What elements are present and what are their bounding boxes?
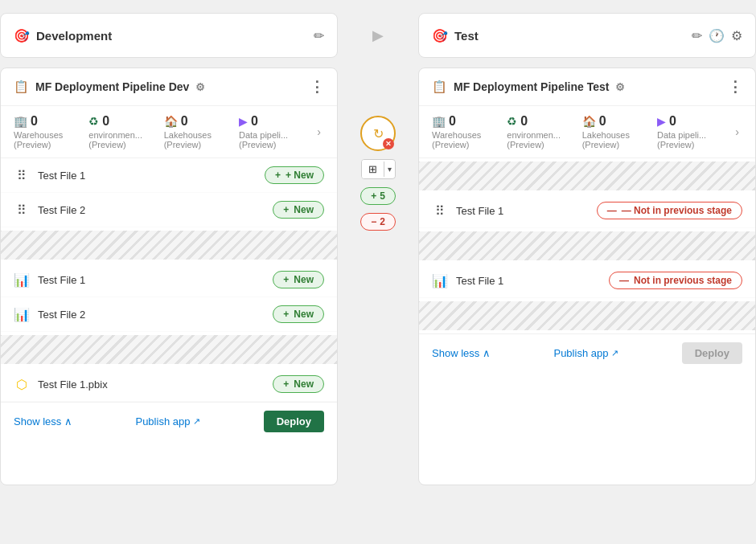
dev-pipeline-card: 📋 MF Deployment Pipeline Dev ⚙ ⋮ 🏢 0 War…	[0, 67, 338, 485]
test-stage-icon: 🎯	[432, 28, 448, 43]
test-stat-warehouses: 🏢 0 Warehouses(Preview)	[432, 114, 507, 149]
test-warehouse-label: Warehouses(Preview)	[432, 130, 481, 149]
dev-testfile1-table-name: Test File 1	[38, 170, 85, 182]
test-warehouse-icon: 🏢	[432, 115, 446, 128]
dev-item-testfile1-table: ⠿ Test File 1 + + New	[1, 158, 337, 193]
dev-lakehouse-count: 0	[181, 114, 188, 129]
report-icon: 📊	[14, 272, 30, 288]
test-warehouse-count: 0	[449, 114, 456, 129]
test-testfile1-report-name: Test File 1	[456, 275, 503, 287]
dev-edit-icon[interactable]: ✏	[314, 28, 324, 43]
refresh-x-icon: ↻	[373, 126, 384, 141]
removed-count-badge: − 2	[360, 213, 396, 231]
test-pipeline-count-icon: ▶	[657, 115, 666, 128]
x-badge: ✕	[383, 138, 394, 149]
dev-testfile2-table-badge: + New	[273, 201, 324, 219]
compare-toggle[interactable]: ⊞ ▾	[361, 159, 396, 179]
plus-icon: +	[275, 170, 281, 181]
test-stat-pipelines: ▶ 0 Data pipeli...(Preview)	[657, 114, 732, 149]
dev-stage-header: 🎯 Development ✏	[0, 13, 338, 58]
report-icon-2: 📊	[14, 306, 30, 322]
dev-warehouse-label: Warehouses(Preview)	[14, 130, 63, 149]
test-pipeline-icon: 📋	[432, 80, 447, 94]
test-testfile1-table-name: Test File 1	[456, 205, 503, 217]
test-testfile1-report-badge: — Not in previous stage	[609, 272, 742, 289]
test-edit-icon[interactable]: ✏	[692, 28, 702, 43]
pbix-icon: ⬡	[14, 376, 30, 392]
chevron-up-icon: ∧	[64, 415, 72, 427]
test-env-count: 0	[520, 114, 528, 129]
test-publish-app[interactable]: Publish app ↗	[553, 347, 618, 359]
test-pipeline-card: 📋 MF Deployment Pipeline Test ⚙ ⋮ 🏢 0 Wa…	[418, 67, 756, 485]
dev-pipeline-icon: 📋	[14, 80, 29, 94]
dev-stat-pipelines: ▶ 0 Data pipeli...(Preview)	[239, 114, 314, 149]
table-icon-2: ⠿	[14, 202, 30, 218]
minus-icon-2: —	[619, 275, 629, 286]
dev-deploy-button[interactable]: Deploy	[264, 411, 324, 432]
compare-chevron-icon[interactable]: ▾	[384, 162, 395, 177]
dev-testfile2-report-name: Test File 2	[38, 309, 85, 321]
test-pipeline-menu[interactable]: ⋮	[728, 78, 742, 96]
dev-testfile1-pbix-name: Test File 1.pbix	[38, 378, 108, 391]
test-card-footer: Show less ∧ Publish app ↗ Deploy	[419, 333, 755, 372]
test-item-testfile1-table: ⠿ Test File 1 — — Not in previous stage	[419, 194, 755, 228]
test-lakehouse-icon: 🏠	[582, 115, 596, 128]
test-deploy-button[interactable]: Deploy	[682, 342, 742, 364]
dev-pipeline-menu[interactable]: ⋮	[310, 78, 324, 96]
dev-divider-1	[1, 231, 337, 260]
dev-stat-env: ♻ 0 environmen...(Preview)	[88, 114, 163, 149]
test-external-link-icon: ↗	[611, 348, 618, 358]
dev-stage-icon: 🎯	[14, 28, 30, 43]
dev-show-less[interactable]: Show less ∧	[14, 415, 72, 427]
dev-testfile2-table-name: Test File 2	[38, 204, 85, 216]
lakehouse-icon: 🏠	[164, 115, 178, 128]
test-stat-lakehouses: 🏠 0 Lakehouses(Preview)	[582, 114, 657, 149]
dev-item-testfile2-table: ⠿ Test File 2 + New	[1, 193, 337, 227]
added-count-badge: + 5	[360, 187, 396, 205]
test-history-icon[interactable]: 🕐	[709, 28, 725, 43]
removed-count: 2	[380, 216, 385, 227]
external-link-icon: ↗	[193, 416, 200, 427]
test-settings-icon[interactable]: ⚙	[731, 28, 742, 43]
test-item-testfile1-report: 📊 Test File 1 — Not in previous stage	[419, 264, 755, 298]
test-table-icon: ⠿	[432, 202, 448, 219]
test-stat-env: ♻ 0 environmen...(Preview)	[507, 114, 581, 149]
dev-item-testfile2-report: 📊 Test File 2 + New	[1, 297, 337, 332]
dev-lakehouse-label: Lakehouses(Preview)	[164, 130, 212, 149]
dev-pipeline-settings-icon[interactable]: ⚙	[195, 81, 205, 93]
dev-env-count: 0	[102, 114, 109, 129]
dev-testfile1-pbix-badge: + New	[273, 375, 324, 393]
dev-testfile1-report-name: Test File 1	[38, 274, 85, 286]
added-count: 5	[380, 190, 385, 202]
plus-icon-5: +	[283, 378, 289, 390]
warehouse-icon: 🏢	[14, 115, 27, 128]
test-pipeline-settings-icon[interactable]: ⚙	[615, 81, 625, 93]
test-pipeline-title: MF Deployment Pipeline Test	[454, 80, 609, 93]
dev-stage-title: Development	[36, 29, 112, 43]
test-show-less[interactable]: Show less ∧	[432, 347, 491, 359]
test-lakehouse-label: Lakehouses(Preview)	[582, 130, 630, 149]
dev-publish-app[interactable]: Publish app ↗	[135, 415, 200, 427]
dev-stat-lakehouses: 🏠 0 Lakehouses(Preview)	[164, 114, 239, 149]
dev-card-footer: Show less ∧ Publish app ↗ Deploy	[1, 402, 337, 440]
dev-env-label: environmen...(Preview)	[88, 130, 142, 149]
minus-icon: —	[607, 205, 617, 216]
dev-divider-2	[1, 335, 337, 364]
test-report-icon: 📊	[432, 272, 448, 288]
refresh-status-icon: ↻ ✕	[360, 116, 396, 151]
dev-stats-arrow[interactable]: ›	[314, 125, 324, 138]
test-stage-title: Test	[454, 29, 479, 43]
plus-symbol: +	[371, 190, 376, 202]
test-testfile1-table-badge: — — Not in previous stage	[597, 202, 742, 219]
test-stats-arrow[interactable]: ›	[732, 125, 742, 138]
test-env-label: environmen...(Preview)	[507, 130, 561, 149]
minus-symbol: −	[371, 216, 376, 227]
dev-pipeline-count: 0	[251, 114, 258, 129]
test-stage-header: 🎯 Test ✏ 🕐 ⚙	[418, 13, 756, 58]
test-env-icon: ♻	[507, 115, 517, 128]
compare-button[interactable]: ⊞	[362, 160, 384, 178]
dev-testfile2-report-badge: + New	[273, 305, 324, 323]
dev-warehouse-count: 0	[31, 114, 38, 129]
dev-testfile1-report-badge: + New	[273, 271, 324, 288]
dev-testfile1-table-badge: + + New	[265, 166, 324, 184]
